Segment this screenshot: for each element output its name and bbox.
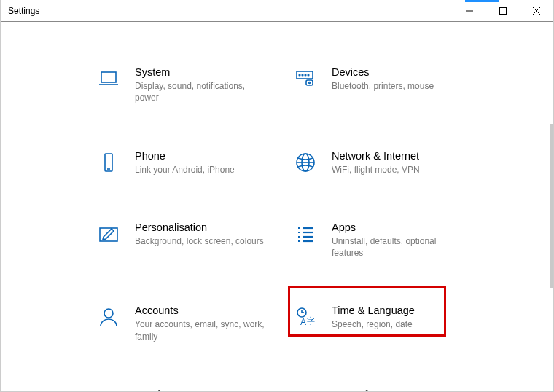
titlebar: Settings [1, 0, 553, 22]
close-button[interactable] [520, 0, 553, 21]
category-accounts[interactable]: Accounts Your accounts, email, sync, wor… [95, 301, 292, 345]
category-system[interactable]: System Display, sound, notifications, po… [95, 63, 292, 107]
category-name: Network & Internet [332, 149, 420, 162]
category-desc: Display, sound, notifications, power [135, 80, 266, 103]
category-apps[interactable]: Apps Uninstall, defaults, optional featu… [292, 218, 489, 262]
svg-point-10 [308, 74, 309, 76]
category-desc: Link your Android, iPhone [135, 164, 235, 176]
globe-icon [292, 149, 319, 176]
category-desc: Background, lock screen, colours [135, 235, 264, 247]
category-name: Ease of Access [332, 388, 404, 391]
category-name: Personalisation [135, 221, 264, 234]
svg-rect-1 [500, 7, 507, 14]
category-name: Apps [332, 221, 463, 234]
list-icon [292, 221, 319, 247]
person-icon [95, 304, 122, 330]
time-lang-icon: A字 [292, 304, 319, 330]
category-name: Time & Language [332, 304, 415, 317]
svg-point-9 [305, 74, 306, 76]
svg-point-12 [309, 82, 311, 84]
devices-icon [292, 66, 319, 92]
category-personalisation[interactable]: Personalisation Background, lock screen,… [95, 218, 292, 262]
category-network[interactable]: Network & Internet WiFi, flight mode, VP… [292, 146, 489, 179]
window-title: Settings [8, 6, 39, 16]
category-desc: Speech, region, date [332, 318, 415, 330]
svg-rect-4 [101, 72, 116, 82]
minimize-button[interactable] [453, 0, 486, 21]
category-ease-of-access[interactable]: Ease of Access [292, 385, 489, 391]
category-name: Accounts [135, 304, 266, 317]
svg-point-8 [302, 74, 303, 76]
category-desc: Your accounts, email, sync, work, family [135, 318, 266, 342]
svg-text:A: A [300, 317, 306, 327]
category-grid: System Display, sound, notifications, po… [95, 63, 553, 391]
settings-content: System Display, sound, notifications, po… [1, 22, 553, 391]
category-name: Gaming [135, 388, 172, 391]
category-name: System [135, 66, 266, 79]
category-desc: WiFi, flight mode, VPN [332, 164, 420, 176]
svg-point-7 [299, 74, 300, 76]
category-devices[interactable]: Devices Bluetooth, printers, mouse [292, 63, 489, 107]
ease-icon [292, 388, 319, 391]
category-desc: Bluetooth, printers, mouse [332, 80, 434, 92]
laptop-icon [95, 66, 122, 92]
phone-icon [95, 149, 122, 176]
svg-point-27 [104, 309, 113, 318]
pen-icon [95, 221, 122, 247]
category-gaming[interactable]: Gaming [95, 385, 292, 391]
category-time-language[interactable]: A字 Time & Language Speech, region, date [292, 301, 489, 345]
gaming-icon [95, 388, 122, 391]
scrollbar-thumb[interactable] [550, 124, 553, 288]
category-desc: Uninstall, defaults, optional features [332, 235, 463, 259]
category-name: Devices [332, 66, 434, 79]
window-controls [453, 0, 553, 21]
category-name: Phone [135, 149, 235, 162]
category-phone[interactable]: Phone Link your Android, iPhone [95, 146, 292, 179]
svg-rect-11 [306, 80, 313, 85]
svg-text:字: 字 [307, 316, 315, 325]
maximize-button[interactable] [486, 0, 520, 21]
accent-strip [465, 0, 499, 2]
